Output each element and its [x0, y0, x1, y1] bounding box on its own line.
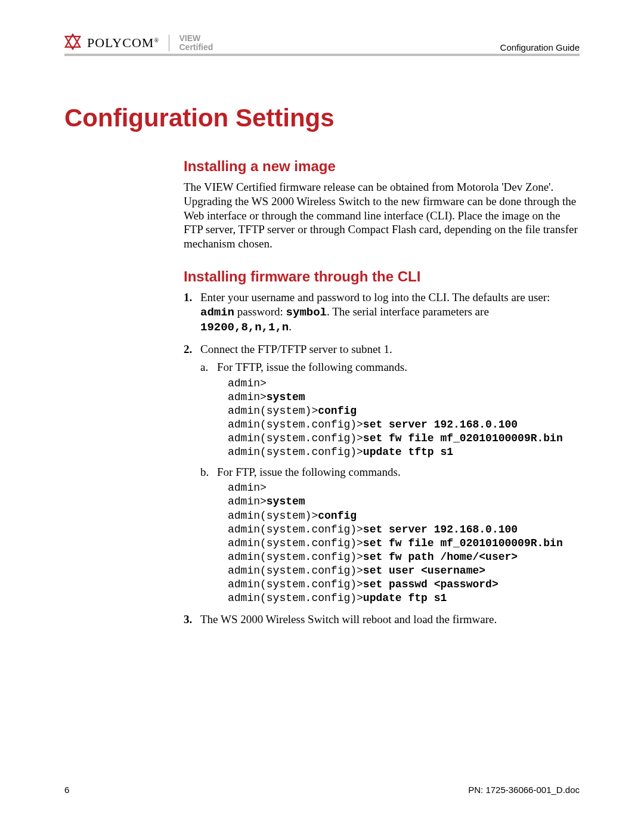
brand-name: POLYCOM®	[87, 35, 159, 51]
part-number: PN: 1725-36066-001_D.doc	[468, 785, 580, 795]
page-header: POLYCOM® VIEW Certified Configuration Gu…	[64, 33, 580, 56]
step-2b-text: For FTP, issue the following commands.	[217, 466, 401, 478]
section-heading-install-image: Installing a new image	[184, 157, 580, 175]
step-2-text: Connect the FTP/TFTP server to subnet 1.	[200, 343, 392, 355]
page-number: 6	[64, 785, 69, 795]
trademark-symbol: ®	[154, 37, 159, 44]
section-heading-cli: Installing firmware through the CLI	[184, 268, 580, 286]
step1-params: 19200,8,n,1,n	[200, 321, 289, 334]
step-3-text: The WS 2000 Wireless Switch will reboot …	[200, 613, 497, 625]
step-2a-text: For TFTP, issue the following commands.	[217, 361, 407, 373]
step-1-text: Enter your username and password to log …	[200, 291, 550, 333]
section1-paragraph: The VIEW Certified firmware release can …	[184, 180, 580, 251]
step-2-substeps: For TFTP, issue the following commands. …	[200, 360, 580, 605]
page-title: Configuration Settings	[64, 104, 580, 132]
cmd-block-tftp: admin> admin>system admin(system)>config…	[228, 377, 580, 459]
step-3: The WS 2000 Wireless Switch will reboot …	[184, 612, 580, 627]
brand-tagline: VIEW Certified	[179, 34, 213, 51]
step1-mid: password:	[234, 305, 286, 318]
guide-label: Configuration Guide	[500, 42, 580, 52]
step-2a: For TFTP, issue the following commands. …	[200, 360, 580, 459]
page-footer: 6 PN: 1725-36066-001_D.doc	[64, 785, 580, 795]
cmd-block-ftp: admin> admin>system admin(system)>config…	[228, 481, 580, 605]
brand-block: POLYCOM® VIEW Certified	[64, 33, 213, 52]
brand-tag-line1: VIEW	[179, 33, 200, 43]
step-2b: For FTP, issue the following commands. a…	[200, 465, 580, 605]
body-block: Installing a new image The VIEW Certifie…	[184, 157, 580, 626]
polycom-logo-icon	[64, 33, 81, 52]
brand-separator	[169, 35, 170, 51]
step1-post2: .	[289, 320, 292, 333]
step-1: Enter your username and password to log …	[184, 290, 580, 335]
brand-tag-line2: Certified	[179, 42, 213, 52]
step-list: Enter your username and password to log …	[184, 290, 580, 627]
step1-pass: symbol	[286, 306, 327, 319]
step1-post1: . The serial interface parameters are	[327, 305, 489, 318]
step-2: Connect the FTP/TFTP server to subnet 1.…	[184, 342, 580, 605]
page-main: Configuration Settings Installing a new …	[64, 56, 580, 626]
step1-pre: Enter your username and password to log …	[200, 291, 550, 304]
step1-user: admin	[200, 306, 234, 319]
document-page: POLYCOM® VIEW Certified Configuration Gu…	[0, 0, 644, 833]
